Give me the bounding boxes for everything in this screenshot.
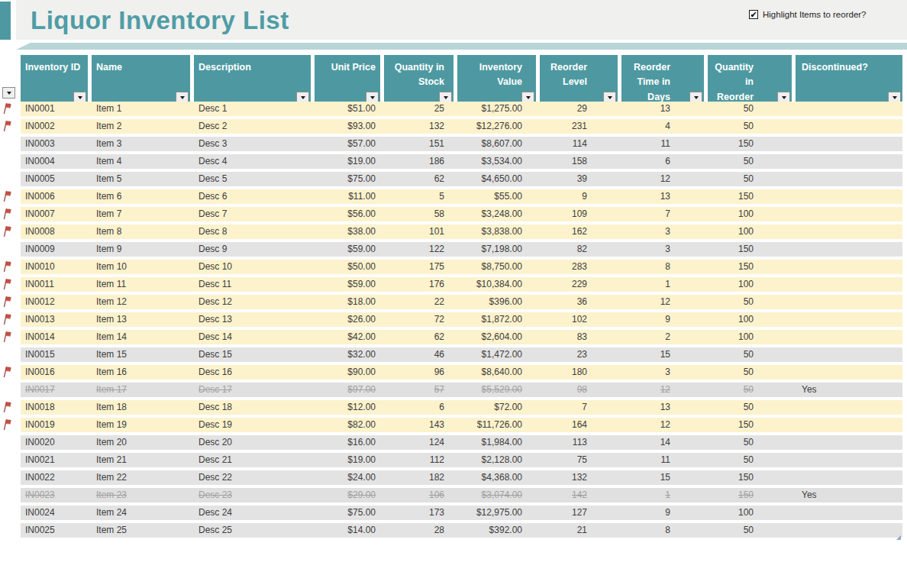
cell-qty_reorder[interactable]: 150 bbox=[708, 137, 792, 151]
cell-id[interactable]: IN0005 bbox=[21, 172, 88, 186]
cell-qty_reorder[interactable]: 50 bbox=[708, 295, 792, 309]
cell-inv_value[interactable]: $12,975.00 bbox=[457, 506, 536, 520]
cell-desc[interactable]: Desc 6 bbox=[194, 189, 311, 204]
cell-qty_stock[interactable]: 124 bbox=[384, 435, 454, 450]
cell-inv_value[interactable]: $72.00 bbox=[457, 400, 536, 415]
cell-unit_price[interactable]: $75.00 bbox=[315, 172, 380, 186]
cell-discontinued[interactable] bbox=[796, 418, 902, 432]
cell-qty_reorder[interactable]: 50 bbox=[708, 119, 792, 134]
cell-discontinued[interactable] bbox=[796, 154, 902, 169]
cell-id[interactable]: IN0001 bbox=[21, 102, 88, 116]
cell-reorder_days[interactable]: 6 bbox=[621, 154, 704, 169]
cell-inv_value[interactable]: $392.00 bbox=[457, 523, 536, 538]
cell-qty_stock[interactable]: 122 bbox=[384, 242, 454, 257]
cell-id[interactable]: IN0004 bbox=[21, 154, 88, 169]
cell-reorder_level[interactable]: 82 bbox=[540, 242, 618, 257]
cell-discontinued[interactable] bbox=[796, 435, 902, 450]
cell-reorder_days[interactable]: 4 bbox=[621, 119, 704, 134]
cell-id[interactable]: IN0025 bbox=[21, 523, 88, 538]
cell-reorder_days[interactable]: 9 bbox=[621, 506, 704, 520]
cell-qty_stock[interactable]: 186 bbox=[384, 154, 454, 169]
cell-desc[interactable]: Desc 16 bbox=[194, 365, 311, 380]
cell-unit_price[interactable]: $56.00 bbox=[315, 207, 380, 221]
cell-qty_stock[interactable]: 46 bbox=[384, 347, 454, 362]
cell-qty_stock[interactable]: 106 bbox=[384, 488, 454, 502]
cell-reorder_days[interactable]: 3 bbox=[621, 242, 704, 257]
cell-id[interactable]: IN0024 bbox=[21, 506, 88, 520]
cell-inv_value[interactable]: $3,534.00 bbox=[457, 154, 536, 169]
cell-inv_value[interactable]: $5,529.00 bbox=[457, 383, 536, 397]
cell-reorder_level[interactable]: 83 bbox=[540, 330, 618, 344]
cell-inv_value[interactable]: $2,128.00 bbox=[457, 453, 536, 467]
cell-name[interactable]: Item 17 bbox=[92, 383, 190, 397]
cell-inv_value[interactable]: $2,604.00 bbox=[457, 330, 536, 344]
cell-desc[interactable]: Desc 14 bbox=[194, 330, 311, 344]
cell-unit_price[interactable]: $32.00 bbox=[315, 347, 380, 362]
cell-name[interactable]: Item 15 bbox=[92, 347, 190, 362]
cell-unit_price[interactable]: $19.00 bbox=[315, 453, 380, 467]
cell-reorder_level[interactable]: 29 bbox=[540, 102, 618, 116]
cell-reorder_level[interactable]: 127 bbox=[540, 506, 618, 520]
cell-inv_value[interactable]: $1,472.00 bbox=[457, 347, 536, 362]
column-header-qty_reorder[interactable]: Quantity in Reorder bbox=[708, 55, 792, 105]
cell-unit_price[interactable]: $18.00 bbox=[315, 295, 380, 309]
cell-qty_reorder[interactable]: 150 bbox=[708, 488, 792, 502]
cell-discontinued[interactable] bbox=[796, 102, 902, 116]
cell-unit_price[interactable]: $42.00 bbox=[315, 330, 380, 344]
cell-name[interactable]: Item 9 bbox=[92, 242, 190, 257]
cell-reorder_days[interactable]: 14 bbox=[621, 435, 704, 450]
column-header-qty_stock[interactable]: Quantity in Stock bbox=[384, 55, 454, 105]
cell-id[interactable]: IN0012 bbox=[21, 295, 88, 309]
cell-desc[interactable]: Desc 8 bbox=[194, 225, 311, 239]
cell-qty_reorder[interactable]: 100 bbox=[708, 330, 792, 344]
cell-id[interactable]: IN0023 bbox=[21, 488, 88, 502]
cell-qty_reorder[interactable]: 50 bbox=[708, 523, 792, 538]
column-header-discontinued[interactable]: Discontinued? bbox=[796, 55, 902, 105]
cell-discontinued[interactable] bbox=[796, 365, 902, 380]
cell-qty_stock[interactable]: 6 bbox=[384, 400, 454, 415]
cell-qty_reorder[interactable]: 150 bbox=[708, 260, 792, 274]
cell-reorder_level[interactable]: 229 bbox=[540, 277, 618, 292]
cell-id[interactable]: IN0008 bbox=[21, 225, 88, 239]
cell-name[interactable]: Item 24 bbox=[92, 506, 190, 520]
cell-reorder_level[interactable]: 114 bbox=[540, 137, 618, 151]
cell-name[interactable]: Item 25 bbox=[92, 523, 190, 538]
cell-reorder_level[interactable]: 9 bbox=[540, 189, 618, 204]
cell-reorder_days[interactable]: 13 bbox=[621, 400, 704, 415]
cell-id[interactable]: IN0022 bbox=[21, 470, 88, 485]
cell-inv_value[interactable]: $3,838.00 bbox=[457, 225, 536, 239]
cell-id[interactable]: IN0016 bbox=[21, 365, 88, 380]
cell-id[interactable]: IN0010 bbox=[21, 260, 88, 274]
cell-reorder_level[interactable]: 158 bbox=[540, 154, 618, 169]
cell-reorder_level[interactable]: 180 bbox=[540, 365, 618, 380]
cell-reorder_level[interactable]: 142 bbox=[540, 488, 618, 502]
cell-reorder_level[interactable]: 113 bbox=[540, 435, 618, 450]
cell-qty_reorder[interactable]: 100 bbox=[708, 225, 792, 239]
column-header-id[interactable]: Inventory ID bbox=[21, 55, 88, 105]
cell-unit_price[interactable]: $24.00 bbox=[315, 470, 380, 485]
cell-reorder_level[interactable]: 283 bbox=[540, 260, 618, 274]
cell-reorder_level[interactable]: 36 bbox=[540, 295, 618, 309]
cell-qty_stock[interactable]: 173 bbox=[384, 506, 454, 520]
cell-desc[interactable]: Desc 19 bbox=[194, 418, 311, 432]
cell-qty_stock[interactable]: 62 bbox=[384, 172, 454, 186]
cell-qty_stock[interactable]: 62 bbox=[384, 330, 454, 344]
cell-unit_price[interactable]: $26.00 bbox=[315, 312, 380, 327]
cell-reorder_days[interactable]: 1 bbox=[621, 277, 704, 292]
cell-reorder_days[interactable]: 12 bbox=[621, 383, 704, 397]
cell-id[interactable]: IN0009 bbox=[21, 242, 88, 257]
cell-qty_reorder[interactable]: 50 bbox=[708, 102, 792, 116]
flag-column-filter-button[interactable] bbox=[2, 87, 15, 99]
cell-desc[interactable]: Desc 3 bbox=[194, 137, 311, 151]
highlight-reorder-checkbox[interactable]: ✔ Highlight Items to reorder? bbox=[749, 10, 867, 19]
cell-qty_reorder[interactable]: 150 bbox=[708, 418, 792, 432]
cell-reorder_level[interactable]: 98 bbox=[540, 383, 618, 397]
cell-reorder_days[interactable]: 1 bbox=[621, 488, 704, 502]
cell-unit_price[interactable]: $16.00 bbox=[315, 435, 380, 450]
cell-reorder_level[interactable]: 102 bbox=[540, 312, 618, 327]
cell-reorder_days[interactable]: 8 bbox=[621, 523, 704, 538]
cell-reorder_level[interactable]: 7 bbox=[540, 400, 618, 415]
cell-qty_stock[interactable]: 175 bbox=[384, 260, 454, 274]
cell-inv_value[interactable]: $8,750.00 bbox=[457, 260, 536, 274]
cell-name[interactable]: Item 21 bbox=[92, 453, 190, 467]
